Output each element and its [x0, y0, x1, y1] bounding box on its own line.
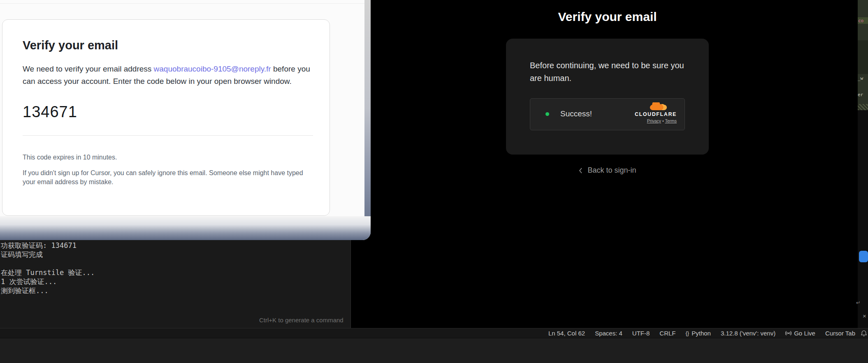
cloudflare-cloud-icon	[650, 102, 667, 111]
human-check-text: Before continuing, we need to be sure yo…	[530, 59, 688, 85]
verification-code: 134671	[23, 102, 312, 121]
go-live-button[interactable]: Go Live	[785, 330, 815, 337]
terminal-line: 1 次尝试验证...	[1, 277, 57, 286]
selection-hatch-row	[858, 104, 868, 110]
window-top-divider	[0, 3, 364, 4]
email-body-pre: We need to verify your email address	[23, 65, 154, 73]
terminal-ctrlk-hint: Ctrl+K to generate a command	[259, 317, 343, 324]
editor-edge-sliver: co _w er ↵ ×	[858, 0, 868, 328]
cloudflare-branding: CLOUDFLARE Privacy • Terms	[635, 102, 677, 123]
email-address-link[interactable]: waquobraucoibo-9105@noreply.fr	[154, 65, 271, 73]
editor-sliver-row	[858, 110, 868, 328]
verify-page-title: Verify your email	[506, 10, 709, 24]
turnstile-status: Success!	[560, 109, 592, 118]
turnstile-legal-links: Privacy • Terms	[647, 118, 677, 123]
email-heading: Verify your email	[23, 20, 312, 52]
terminal-line: 证码填写完成	[1, 250, 43, 259]
eol-indicator[interactable]: CRLF	[659, 330, 675, 337]
close-icon[interactable]: ×	[863, 312, 866, 319]
cursor-tab-indicator[interactable]: Cursor Tab	[825, 330, 855, 337]
cloudflare-wordmark: CLOUDFLARE	[635, 111, 677, 117]
terminal-line: 在处理 Turnstile 验证...	[1, 268, 95, 277]
python-interpreter-indicator[interactable]: 3.12.8 ('venv': venv)	[721, 330, 775, 337]
window-bottom-frame	[0, 216, 371, 240]
scrollbar-thumb[interactable]	[859, 251, 868, 262]
terminal-panel[interactable]: 功获取验证码: 134671 证码填写完成 在处理 Turnstile 验证..…	[0, 240, 351, 328]
broadcast-icon	[785, 331, 791, 336]
encoding-indicator[interactable]: UTF-8	[632, 330, 650, 337]
terminal-line: 功获取验证码: 134671	[1, 241, 77, 250]
language-mode-indicator[interactable]: {}Python	[686, 330, 711, 337]
indentation-indicator[interactable]: Spaces: 4	[595, 330, 622, 337]
go-live-label: Go Live	[794, 330, 815, 337]
email-divider	[23, 135, 313, 136]
editor-sliver-row	[858, 24, 868, 40]
status-bar: Ln 54, Col 62 Spaces: 4 UTF-8 CRLF {}Pyt…	[0, 328, 868, 338]
taskbar: ⚙ 中 S	[0, 338, 868, 363]
email-disclaimer: If you didn't sign up for Cursor, you ca…	[23, 169, 313, 187]
code-fragment: er	[858, 92, 863, 97]
desktop-screen: Verify your email We need to verify your…	[0, 0, 868, 363]
terms-link[interactable]: Terms	[665, 118, 677, 123]
editor-sliver-row	[858, 0, 868, 17]
notifications-bell-icon[interactable]	[861, 330, 867, 337]
return-key-icon: ↵	[856, 300, 861, 306]
code-fragment: co	[858, 18, 863, 23]
language-label: Python	[692, 330, 711, 337]
window-right-frame	[364, 0, 371, 240]
success-dot-icon	[545, 112, 549, 116]
email-viewer-window: Verify your email We need to verify your…	[0, 0, 371, 240]
privacy-link[interactable]: Privacy	[647, 118, 661, 123]
code-fragment: _w	[858, 76, 863, 81]
chevron-left-icon	[578, 167, 583, 174]
turnstile-widget: Success! CLOUDFLARE Privacy • Terms	[530, 98, 685, 130]
human-check-card: Before continuing, we need to be sure yo…	[506, 39, 709, 155]
editor-sliver-row	[858, 40, 868, 74]
email-card: Verify your email We need to verify your…	[2, 19, 330, 216]
back-link-label: Back to sign-in	[587, 166, 636, 175]
code-expiry-note: This code expires in 10 minutes.	[23, 153, 313, 162]
back-to-signin-link[interactable]: Back to sign-in	[506, 166, 709, 175]
braces-icon: {}	[686, 330, 689, 336]
terminal-line: 测到验证框...	[1, 286, 49, 295]
browser-verify-page: Verify your email Before continuing, we …	[371, 0, 858, 328]
cursor-position-indicator[interactable]: Ln 54, Col 62	[548, 330, 585, 337]
status-bar-items: Ln 54, Col 62 Spaces: 4 UTF-8 CRLF {}Pyt…	[548, 328, 855, 338]
email-body-text: We need to verify your email address waq…	[23, 63, 313, 88]
